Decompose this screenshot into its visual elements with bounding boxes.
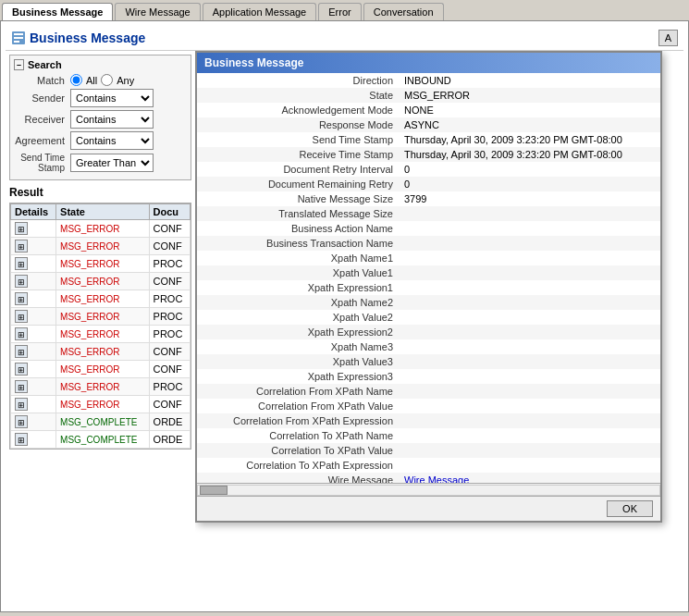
toolbar-right: A: [658, 30, 678, 46]
result-section: Result Details State Docu ⊞MSG_ERRORCONF…: [9, 186, 191, 450]
detail-field-label: Document Remaining Retry: [197, 177, 400, 191]
state-cell: MSG_ERROR: [56, 308, 150, 326]
search-panel-header: – Search: [14, 59, 187, 70]
state-cell: MSG_ERROR: [56, 290, 150, 308]
detail-icon[interactable]: ⊞: [15, 415, 28, 428]
detail-field-value: [400, 428, 660, 443]
toolbar-a-button[interactable]: A: [658, 30, 678, 46]
detail-icon[interactable]: ⊞: [15, 398, 28, 411]
detail-icon[interactable]: ⊞: [15, 292, 28, 305]
tab-conversation[interactable]: Conversation: [363, 3, 444, 20]
detail-field-label: Correlation From XPath Name: [197, 384, 400, 399]
match-all-radio[interactable]: [70, 74, 82, 86]
table-row[interactable]: ⊞MSG_ERRORCONF: [11, 273, 191, 290]
detail-icon[interactable]: ⊞: [15, 380, 28, 393]
result-table: Details State Docu ⊞MSG_ERRORCONF⊞MSG_ER…: [10, 203, 191, 449]
doc-cell: PROC: [149, 290, 190, 308]
svg-rect-1: [14, 33, 23, 35]
detail-icon[interactable]: ⊞: [15, 275, 28, 288]
table-row[interactable]: ⊞MSG_ERRORCONF: [11, 220, 191, 238]
table-row[interactable]: ⊞MSG_ERRORCONF: [11, 238, 191, 255]
modal-title: Business Message: [204, 56, 303, 69]
send-time-select[interactable]: Greater Than: [70, 154, 154, 172]
table-row[interactable]: ⊞MSG_ERRORCONF: [11, 396, 191, 413]
detail-icon[interactable]: ⊞: [15, 222, 28, 235]
detail-field-label: Correlation From XPath Expression: [197, 413, 400, 428]
modal-footer: OK: [197, 496, 660, 521]
tab-error[interactable]: Error: [318, 3, 361, 20]
detail-field-value: [400, 310, 660, 325]
detail-cell: ⊞: [11, 396, 56, 413]
detail-icon[interactable]: ⊞: [15, 310, 28, 323]
agreement-select[interactable]: Contains: [70, 131, 154, 150]
table-row[interactable]: ⊞MSG_ERRORPROC: [11, 290, 191, 308]
detail-icon[interactable]: ⊞: [15, 363, 28, 376]
search-agreement-row: Agreement Contains: [14, 131, 187, 150]
doc-cell: PROC: [149, 255, 190, 273]
detail-field-value: NONE: [400, 103, 660, 117]
receiver-label: Receiver: [14, 114, 65, 125]
detail-field-value: [400, 369, 660, 384]
detail-field-label: Business Transaction Name: [197, 236, 400, 251]
detail-cell: ⊞: [11, 413, 56, 431]
state-cell: MSG_ERROR: [56, 378, 150, 396]
detail-cell: ⊞: [11, 361, 56, 378]
table-row[interactable]: ⊞MSG_COMPLETEORDE: [11, 413, 191, 431]
state-cell: MSG_COMPLETE: [56, 431, 150, 449]
state-cell: MSG_ERROR: [56, 220, 150, 238]
detail-field-value: [400, 413, 660, 428]
state-cell: MSG_ERROR: [56, 343, 150, 361]
receiver-select[interactable]: Contains: [70, 110, 154, 129]
detail-field-value: Thursday, April 30, 2009 3:23:20 PM GMT-…: [400, 132, 660, 147]
modal-body[interactable]: DirectionINBOUNDStateMSG_ERRORAcknowledg…: [197, 73, 660, 483]
search-collapse-icon[interactable]: –: [14, 59, 24, 70]
all-label: All: [86, 75, 97, 86]
table-row[interactable]: ⊞MSG_ERRORPROC: [11, 378, 191, 396]
sender-select[interactable]: Contains: [70, 89, 154, 107]
detail-cell: ⊞: [11, 431, 56, 449]
doc-cell: ORDE: [149, 431, 190, 449]
match-label: Match: [14, 75, 65, 86]
svg-rect-2: [14, 37, 23, 39]
detail-field-label: Xpath Value2: [197, 310, 400, 325]
tab-business-message[interactable]: Business Message: [2, 3, 113, 20]
modal-hscrollbar[interactable]: [197, 483, 660, 496]
sender-control: Contains: [70, 89, 154, 107]
col-doc: Docu: [149, 204, 190, 220]
table-row[interactable]: ⊞MSG_ERRORPROC: [11, 308, 191, 326]
detail-cell: ⊞: [11, 326, 56, 343]
result-table-container[interactable]: Details State Docu ⊞MSG_ERRORCONF⊞MSG_ER…: [9, 203, 191, 450]
detail-icon[interactable]: ⊞: [15, 433, 28, 446]
detail-field-value: 0: [400, 177, 660, 191]
detail-cell: ⊞: [11, 290, 56, 308]
detail-field-value: [400, 325, 660, 339]
detail-icon[interactable]: ⊞: [15, 257, 28, 270]
state-cell: MSG_ERROR: [56, 396, 150, 413]
detail-field-value: [400, 236, 660, 251]
wire-message-link[interactable]: Wire Message: [404, 474, 469, 483]
send-time-label: Send Time Stamp: [14, 153, 65, 173]
detail-icon[interactable]: ⊞: [15, 327, 28, 340]
page-title: Business Message: [30, 31, 145, 45]
table-row[interactable]: ⊞MSG_ERRORPROC: [11, 255, 191, 273]
detail-field-label: Response Mode: [197, 117, 400, 132]
search-send-time-row: Send Time Stamp Greater Than: [14, 153, 187, 173]
table-row[interactable]: ⊞MSG_ERRORCONF: [11, 343, 191, 361]
detail-icon[interactable]: ⊞: [15, 345, 28, 358]
table-row[interactable]: ⊞MSG_ERRORCONF: [11, 361, 191, 378]
detail-field-value[interactable]: Wire Message: [400, 473, 660, 483]
detail-icon[interactable]: ⊞: [15, 240, 28, 253]
tab-wire-message[interactable]: Wire Message: [115, 3, 200, 20]
ok-button[interactable]: OK: [607, 500, 653, 517]
table-row[interactable]: ⊞MSG_COMPLETEORDE: [11, 431, 191, 449]
tab-application-message[interactable]: Application Message: [203, 3, 317, 20]
doc-cell: PROC: [149, 326, 190, 343]
doc-cell: PROC: [149, 378, 190, 396]
result-table-header: Details State Docu: [11, 204, 191, 220]
detail-field-label: Xpath Expression3: [197, 369, 400, 384]
agreement-label: Agreement: [14, 135, 65, 146]
table-row[interactable]: ⊞MSG_ERRORPROC: [11, 326, 191, 343]
receiver-control: Contains: [70, 110, 154, 129]
match-any-radio[interactable]: [101, 74, 113, 86]
detail-field-value: INBOUND: [400, 73, 660, 88]
